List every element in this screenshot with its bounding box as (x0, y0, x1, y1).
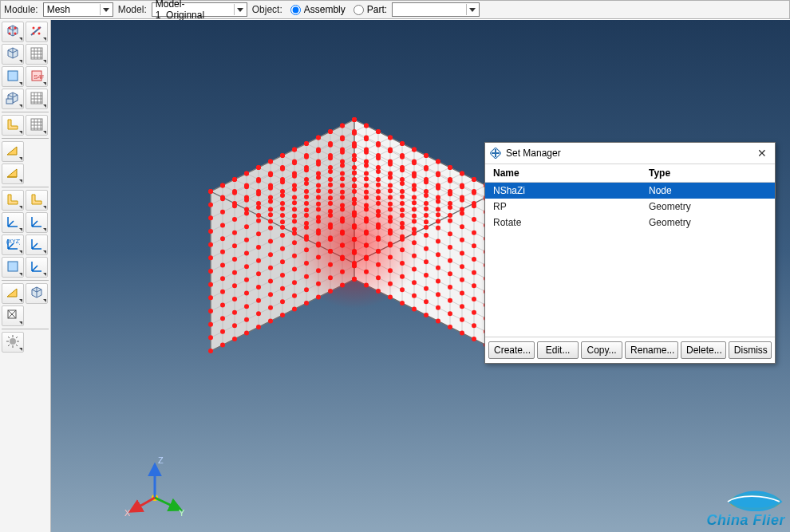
rename-button[interactable]: Rename... (625, 341, 678, 359)
svg-point-555 (256, 271, 261, 276)
model-combo[interactable]: Model-1_Originnal (152, 2, 247, 17)
assign-element-type-button[interactable]: S4R (26, 66, 48, 87)
svg-point-419 (472, 191, 476, 195)
svg-point-401 (460, 251, 464, 256)
svg-point-611 (208, 242, 213, 247)
svg-point-458 (352, 131, 357, 136)
svg-point-574 (244, 198, 249, 203)
svg-point-608 (208, 282, 213, 287)
svg-point-569 (244, 264, 249, 269)
svg-point-596 (220, 263, 225, 268)
svg-point-588 (232, 191, 237, 195)
set-row[interactable]: RotateGeometry (485, 215, 775, 231)
svg-point-329 (388, 136, 393, 140)
mesh-stack-button[interactable] (2, 89, 24, 109)
svg-point-1 (14, 26, 17, 29)
rotate-datum-button[interactable] (26, 257, 48, 278)
col-name-header[interactable]: Name (485, 167, 649, 179)
flyout-arrow-icon (43, 104, 46, 108)
dismiss-button[interactable]: Dismiss (729, 341, 772, 359)
boolean-cell-button[interactable] (2, 190, 24, 211)
measure-grid-button[interactable] (26, 115, 48, 136)
datum-xyz-button[interactable]: (XYZ) (2, 234, 24, 255)
svg-point-614 (208, 203, 213, 207)
svg-point-382 (448, 325, 452, 329)
element-shape-button[interactable] (2, 305, 24, 326)
datum-csys-button[interactable] (26, 234, 48, 255)
part-combo[interactable] (392, 2, 480, 17)
flyout-arrow-icon (19, 206, 22, 209)
svg-point-524 (292, 148, 297, 152)
datum-xyz-icon: (XYZ) (6, 237, 20, 254)
tools-button[interactable] (2, 332, 24, 353)
svg-point-570 (244, 251, 249, 256)
copy-button[interactable]: Copy... (581, 341, 622, 359)
dialog-list[interactable]: NShaZiNodeRPGeometryRotateGeometry (485, 183, 775, 337)
datum-axis-button[interactable] (26, 212, 48, 233)
svg-point-615 (208, 189, 213, 194)
svg-point-418 (472, 203, 476, 208)
svg-point-536 (280, 167, 285, 171)
set-row[interactable]: NShaZiNode (485, 183, 775, 199)
model-value: Model-1_Originnal (156, 0, 234, 21)
col-type-header[interactable]: Type (649, 167, 775, 179)
partition-mesh-button[interactable] (26, 283, 48, 304)
close-icon[interactable]: ✕ (754, 146, 770, 160)
chevron-down-icon (466, 4, 478, 15)
context-bar: Module: Mesh Model: Model-1_Originnal Ob… (0, 0, 790, 19)
seed-part-icon (6, 24, 20, 41)
svg-point-576 (244, 171, 249, 176)
flyout-arrow-icon (19, 273, 22, 276)
create-datum-button[interactable] (2, 212, 24, 233)
verify-mesh-button[interactable] (2, 141, 24, 162)
svg-point-566 (244, 304, 249, 309)
toolbox: S4R(XYZ) (0, 20, 51, 532)
set-name: RP (485, 201, 649, 212)
set-row[interactable]: RPGeometry (485, 199, 775, 215)
set-type: Node (649, 185, 775, 196)
svg-point-380 (436, 172, 440, 177)
mesh-part-button[interactable] (2, 44, 24, 65)
seed-edge-button[interactable] (26, 22, 48, 42)
assign-controls-button[interactable] (2, 66, 24, 87)
svg-point-610 (208, 255, 213, 260)
app-icon (490, 148, 501, 159)
edit-button[interactable]: Edit... (537, 341, 579, 359)
svg-point-355 (412, 148, 417, 152)
query-set-button[interactable] (2, 164, 24, 184)
svg-point-405 (460, 198, 464, 203)
module-combo[interactable]: Mesh (43, 2, 113, 17)
svg-point-568 (244, 278, 249, 282)
flyout-arrow-icon (43, 273, 46, 276)
object-part-radio[interactable]: Part: (350, 4, 387, 15)
dialog-titlebar[interactable]: Set Manager ✕ (485, 143, 775, 164)
mesh-region-button[interactable] (26, 44, 48, 65)
svg-point-549 (268, 172, 273, 177)
delete-button[interactable]: Delete... (681, 341, 726, 359)
svg-point-616 (259, 146, 450, 337)
offset-datum-button[interactable] (2, 257, 24, 278)
partition-cell-button[interactable] (2, 115, 24, 136)
sweep-mesh-button[interactable] (2, 283, 24, 304)
svg-point-579 (232, 310, 237, 315)
svg-point-400 (460, 264, 464, 269)
mesh-table-button[interactable] (26, 89, 48, 109)
svg-point-414 (472, 257, 476, 262)
model-label: Model: (118, 4, 147, 15)
create-button[interactable]: Create... (488, 341, 535, 359)
object-assembly-radio[interactable]: Assembly (287, 4, 346, 15)
svg-point-550 (268, 160, 273, 164)
svg-point-525 (280, 313, 285, 317)
svg-point-560 (256, 205, 261, 210)
flyout-arrow-icon (19, 104, 22, 108)
svg-point-540 (268, 292, 273, 297)
radio-assembly-input[interactable] (290, 5, 301, 15)
boolean-part-icon (30, 192, 44, 209)
svg-point-606 (208, 309, 213, 313)
svg-point-415 (472, 243, 476, 248)
svg-point-609 (208, 269, 213, 274)
radio-part-input[interactable] (354, 5, 364, 15)
boolean-part-button[interactable] (26, 190, 48, 211)
seed-part-button[interactable] (2, 22, 24, 42)
partition-mesh-icon (30, 286, 44, 302)
